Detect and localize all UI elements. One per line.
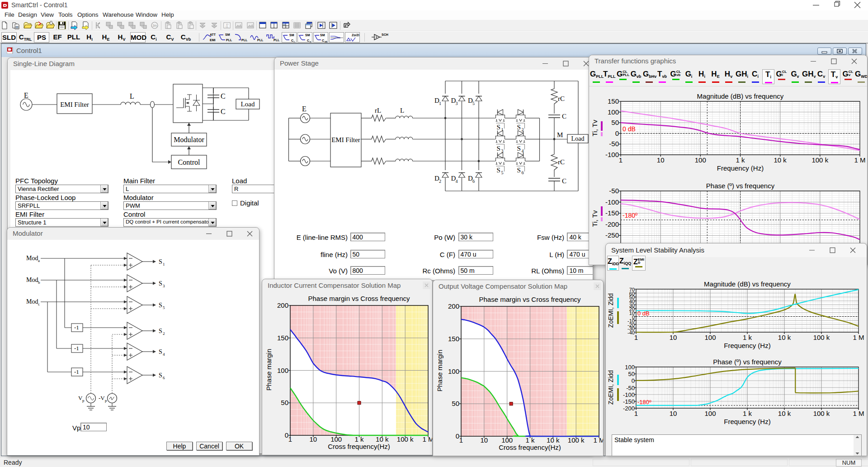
svg-text:Load: Load [571,135,585,142]
svg-text:Ti, Tv: Ti, Tv [591,119,599,136]
svg-text:100: 100 [625,364,635,371]
svg-text:Cross frequency(Hz): Cross frequency(Hz) [499,443,561,451]
svg-text:10: 10 [309,435,317,443]
svg-text:1 k: 1 k [743,334,752,341]
svg-text:3: 3 [456,101,458,106]
svg-text:10: 10 [657,156,665,164]
svg-text:0: 0 [615,129,619,137]
svg-text:-40: -40 [627,330,635,335]
svg-text:S: S [159,302,162,309]
svg-text:Mod: Mod [26,255,38,262]
svg-text:200: 200 [448,302,459,310]
svg-text:C: C [562,177,566,185]
svg-text:p: p [105,398,107,403]
svg-text:S: S [517,167,521,174]
svg-text:1 M: 1 M [853,410,864,417]
svg-text:1: 1 [163,262,165,267]
svg-text:10: 10 [670,410,677,417]
svg-text:4: 4 [456,179,458,184]
svg-text:SM: SM [289,33,294,37]
svg-text:-50: -50 [609,140,619,148]
svg-text:Frequency (Hz): Frequency (Hz) [724,342,770,349]
svg-text:4: 4 [522,148,524,153]
svg-text:S: S [159,258,162,265]
svg-text:100: 100 [501,436,513,444]
svg-text:PLL: PLL [241,38,248,42]
svg-text:-1: -1 [74,345,79,352]
svg-text:-1: -1 [74,368,79,375]
svg-text:100: 100 [330,435,342,443]
svg-text:1 M: 1 M [854,156,865,164]
svg-text:-100: -100 [605,198,619,206]
svg-text:Zo/Zi: Zo/Zi [352,33,359,37]
svg-text:C: C [291,39,293,42]
svg-text:6: 6 [163,376,165,380]
svg-text:0: 0 [285,431,288,439]
svg-text:100: 100 [695,156,706,164]
svg-text:50: 50 [452,400,459,407]
svg-text:100 k: 100 k [811,156,828,164]
svg-text:Phase (º) vs frequency: Phase (º) vs frequency [713,358,782,366]
svg-text:150: 150 [277,334,288,342]
svg-text:ZoEMI, Zidd: ZoEMI, Zidd [607,293,614,328]
svg-text:Magnitude (dB) vs frequency: Magnitude (dB) vs frequency [697,92,784,100]
svg-text:10: 10 [670,334,677,341]
svg-text:a: a [38,258,40,263]
svg-text:Mod: Mod [26,276,38,283]
svg-text:S: S [497,145,500,152]
svg-text:Phase margin vs Cross frequenc: Phase margin vs Cross frequency [308,295,410,302]
svg-text:-1: -1 [74,324,79,331]
svg-text:1: 1 [619,156,623,164]
svg-text:2: 2 [439,179,441,184]
svg-text:1: 1 [634,334,638,341]
svg-text:Ti, Tv: Ti, Tv [591,210,599,227]
svg-text:0: 0 [456,432,459,440]
svg-text:10 k: 10 k [778,410,791,417]
svg-text:150: 150 [448,335,459,343]
svg-text:10 k: 10 k [376,435,389,443]
svg-text:PLL: PLL [257,38,264,42]
svg-text:-200: -200 [605,220,619,228]
svg-text:PLL: PLL [226,38,232,42]
svg-text:M: M [557,131,563,138]
svg-text:100 k: 100 k [568,436,585,444]
svg-text:Cross frequency(Hz): Cross frequency(Hz) [328,443,390,450]
svg-text:Magnitude (dB) vs frequency: Magnitude (dB) vs frequency [704,280,791,288]
svg-text:-100: -100 [605,151,619,158]
svg-text:c: c [38,302,40,306]
svg-text:10 k: 10 k [778,334,791,341]
svg-text:100: 100 [277,367,288,374]
svg-text:S: S [159,280,162,287]
svg-text:S: S [497,124,500,131]
svg-text:rC: rC [558,95,565,102]
svg-text:S: S [159,328,162,334]
svg-text:100 k: 100 k [813,410,830,417]
svg-text:1 M: 1 M [422,435,433,443]
svg-text:p: p [82,398,85,403]
svg-text:C: C [307,39,309,42]
svg-text:-150: -150 [623,398,635,405]
svg-text:6: 6 [522,170,524,175]
svg-text:Phase margin: Phase margin [265,349,273,391]
svg-text:-50: -50 [626,385,635,391]
svg-text:0 dB: 0 dB [637,310,650,317]
svg-text:C: C [221,108,226,115]
svg-text:-50: -50 [609,187,619,195]
svg-text:1 k: 1 k [354,435,364,443]
svg-text:01: 01 [226,25,229,28]
svg-text:50: 50 [281,399,288,406]
svg-text:-200: -200 [623,405,635,412]
svg-text:5: 5 [163,305,165,310]
svg-text:C: C [221,92,226,100]
svg-text:1 k: 1 k [736,156,745,164]
svg-text:L: L [400,107,404,114]
svg-text:L: L [130,92,134,100]
svg-text:SM: SM [305,33,310,37]
svg-text:100 k: 100 k [813,334,830,341]
svg-text:10: 10 [480,436,488,444]
svg-text:Modulator: Modulator [174,136,204,143]
svg-text:100 k: 100 k [397,435,414,443]
svg-text:6: 6 [472,179,475,184]
svg-text:-150: -150 [605,209,619,217]
svg-text:5: 5 [472,101,475,106]
